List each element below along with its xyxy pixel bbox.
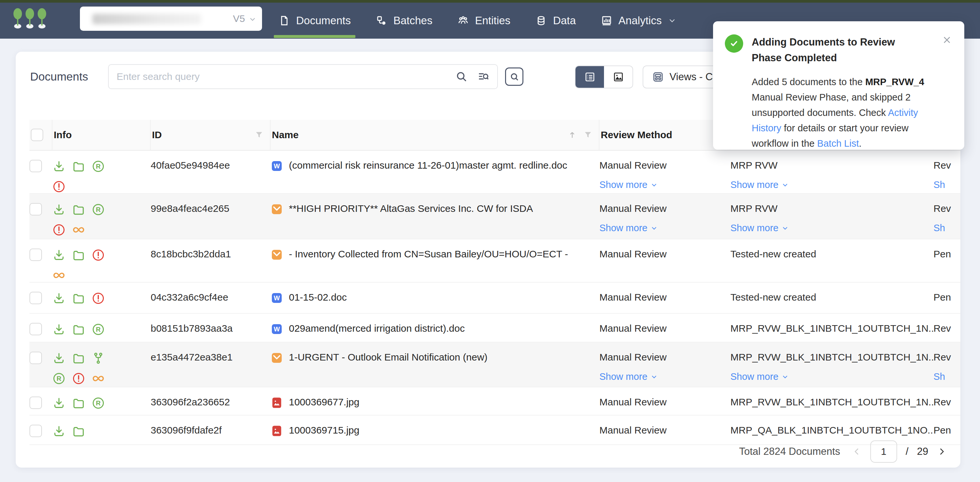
batches-icon xyxy=(376,15,388,27)
status-value-clipped: Rev xyxy=(934,396,960,408)
svg-text:R: R xyxy=(96,399,101,407)
show-more-label: Show more xyxy=(730,371,779,382)
document-name[interactable]: 029amend(merced irrigation district).doc xyxy=(289,323,465,334)
close-icon[interactable] xyxy=(941,34,953,46)
previous-page-icon[interactable] xyxy=(852,447,862,457)
folder-icon[interactable] xyxy=(72,352,85,365)
global-search-input[interactable]: V5 xyxy=(80,6,262,31)
show-more-link[interactable]: Show more xyxy=(600,180,730,190)
sort-ascending-icon[interactable] xyxy=(567,130,577,140)
batch-list-link[interactable]: Batch List xyxy=(817,138,859,149)
search-version-selector[interactable]: V5 xyxy=(233,13,245,24)
folder-icon[interactable] xyxy=(72,425,85,438)
review-method-value: Manual Review xyxy=(600,292,730,303)
download-icon[interactable] xyxy=(52,203,65,216)
views-layout-icon xyxy=(652,71,664,83)
row-checkbox[interactable] xyxy=(29,323,42,335)
download-icon[interactable] xyxy=(52,292,65,305)
download-icon[interactable] xyxy=(52,425,65,438)
document-search-button[interactable] xyxy=(505,67,523,86)
documents-table: Info ID Name Review Method R40fae05e9498… xyxy=(29,120,960,445)
mail-file-icon xyxy=(270,352,283,364)
document-name[interactable]: - Inventory Collected from CN=Susan Bail… xyxy=(289,248,568,260)
page-number-input[interactable]: 1 xyxy=(870,441,897,463)
search-placeholder: Enter search query xyxy=(117,71,446,82)
toast-phase-name: MRP_RVW_4 xyxy=(865,76,924,87)
document-name[interactable]: 1-URGENT - Outlook Email Notification (n… xyxy=(289,352,487,363)
row-checkbox[interactable] xyxy=(29,352,42,364)
document-name[interactable]: (commercial risk reinsurance 11-26-01)ma… xyxy=(289,160,567,171)
document-name[interactable]: 01-15-02.doc xyxy=(289,292,347,303)
row-checkbox[interactable] xyxy=(29,425,42,437)
show-more-link[interactable]: Show more xyxy=(730,180,934,190)
batch-name-value: Tested-new created xyxy=(730,248,934,260)
show-more-link[interactable]: Sh xyxy=(934,371,960,382)
download-icon[interactable] xyxy=(52,396,65,410)
status-value-clipped: Rev xyxy=(934,160,960,171)
table-row: R99e8a4feac4e265**HIGH PRIORITY** AltaGa… xyxy=(29,194,960,239)
folder-icon[interactable] xyxy=(72,292,85,305)
show-more-link[interactable]: Show more xyxy=(730,371,934,382)
toast-text: Added 5 documents to the xyxy=(752,76,865,87)
folder-icon[interactable] xyxy=(72,323,85,336)
review-method-value: Manual Review xyxy=(600,248,730,260)
filter-icon[interactable] xyxy=(254,130,264,140)
page-separator: / xyxy=(906,445,908,457)
column-header-info: Info xyxy=(54,129,72,140)
document-info-icons: R xyxy=(52,203,115,236)
download-icon[interactable] xyxy=(52,160,65,173)
show-more-link[interactable]: Sh xyxy=(934,180,960,190)
search-input[interactable]: Enter search query xyxy=(108,64,498,89)
row-checkbox[interactable] xyxy=(29,396,42,409)
app-logo[interactable] xyxy=(12,7,51,34)
batch-name-value: MRP RVW xyxy=(730,203,934,214)
alert-icon xyxy=(52,223,65,236)
tab-label: Data xyxy=(553,14,576,27)
document-name[interactable]: 1000369677.jpg xyxy=(289,396,359,408)
tab-label: Entities xyxy=(475,14,510,27)
show-more-link[interactable]: Sh xyxy=(934,223,960,234)
folder-icon[interactable] xyxy=(72,160,85,173)
row-checkbox[interactable] xyxy=(29,160,42,172)
document-name[interactable]: 1000369715.jpg xyxy=(289,425,359,436)
svg-text:R: R xyxy=(57,375,62,382)
show-more-link[interactable]: Show more xyxy=(600,223,730,234)
download-icon[interactable] xyxy=(52,323,65,336)
tab-label: Documents xyxy=(296,14,351,27)
word-file-icon: W xyxy=(270,160,283,172)
show-more-link[interactable]: Show more xyxy=(730,223,934,234)
download-icon[interactable] xyxy=(52,248,65,262)
svg-text:R: R xyxy=(96,326,101,333)
view-mode-toggle xyxy=(575,65,633,88)
chevron-down-icon xyxy=(668,16,677,25)
infinity-icon xyxy=(52,269,65,282)
filter-icon[interactable] xyxy=(583,130,593,140)
tab-data[interactable]: Data xyxy=(535,3,576,39)
tab-analytics[interactable]: Analytics xyxy=(601,3,677,39)
row-checkbox[interactable] xyxy=(29,248,42,261)
tab-documents[interactable]: Documents xyxy=(278,3,351,39)
next-page-icon[interactable] xyxy=(937,447,947,457)
query-builder-icon[interactable] xyxy=(477,70,489,83)
show-more-link[interactable]: Show more xyxy=(600,371,730,382)
page-title: Documents xyxy=(30,70,88,83)
tab-entities[interactable]: Entities xyxy=(457,3,510,39)
row-checkbox[interactable] xyxy=(29,292,42,304)
row-checkbox[interactable] xyxy=(29,203,42,215)
document-name[interactable]: **HIGH PRIORITY** AltaGas Services Inc. … xyxy=(289,203,533,214)
chevron-down-icon[interactable] xyxy=(248,15,257,24)
gallery-view-button[interactable] xyxy=(604,66,633,88)
list-view-button[interactable] xyxy=(576,66,604,88)
select-all-checkbox[interactable] xyxy=(31,129,43,141)
image-file-icon xyxy=(270,396,283,409)
status-value-clipped: Pen xyxy=(934,292,960,303)
tab-batches[interactable]: Batches xyxy=(376,3,432,39)
folder-icon[interactable] xyxy=(72,203,85,216)
show-more-label: Show more xyxy=(730,223,779,234)
review-method-value: Manual Review xyxy=(600,352,730,363)
search-icon[interactable] xyxy=(455,70,468,83)
folder-icon[interactable] xyxy=(72,396,85,410)
chevron-down-icon xyxy=(781,373,789,381)
download-icon[interactable] xyxy=(52,352,65,365)
folder-icon[interactable] xyxy=(72,248,85,262)
